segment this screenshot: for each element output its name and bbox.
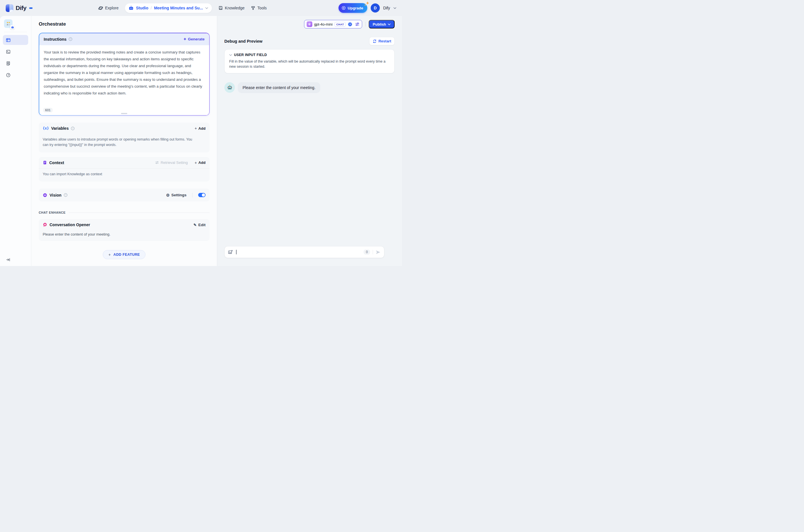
chevron-down-icon bbox=[388, 23, 390, 25]
edit-label: Edit bbox=[198, 223, 206, 227]
instructions-footer: 601 bbox=[39, 104, 209, 115]
add-image-icon[interactable] bbox=[228, 250, 233, 254]
generate-label: Generate bbox=[188, 37, 205, 41]
expand-sidebar-button[interactable] bbox=[3, 258, 28, 262]
vision-toggle[interactable] bbox=[198, 193, 205, 197]
terminal-icon bbox=[6, 50, 11, 54]
add-context-button[interactable]: + Add bbox=[195, 160, 205, 165]
svg-text:?: ? bbox=[70, 38, 71, 40]
context-document-icon bbox=[43, 160, 47, 165]
chevron-down-icon[interactable] bbox=[394, 7, 396, 10]
breadcrumb-studio[interactable]: Studio bbox=[136, 6, 148, 10]
sidebar-item-monitoring[interactable] bbox=[3, 70, 28, 80]
bot-avatar bbox=[224, 82, 235, 93]
nav-explore-label: Explore bbox=[105, 6, 118, 10]
context-header: Context Retrieval Setting + Add bbox=[39, 157, 209, 168]
robot-emoji-icon bbox=[227, 85, 233, 91]
model-parameters-icon[interactable] bbox=[355, 22, 360, 26]
nav-explore[interactable]: Explore bbox=[98, 6, 118, 11]
assistant-message: Please enter the content of your meeting… bbox=[224, 82, 395, 93]
divider bbox=[69, 212, 209, 213]
assistant-message-bubble: Please enter the content of your meeting… bbox=[238, 82, 320, 93]
dify-logo-icon bbox=[6, 4, 13, 12]
conversation-opener-title: Conversation Opener bbox=[50, 223, 90, 227]
sidebar-item-logs[interactable] bbox=[3, 58, 28, 68]
sidebar-item-api[interactable] bbox=[3, 47, 28, 57]
sparkle-star-icon: ✦ bbox=[183, 37, 186, 41]
generate-button[interactable]: ✦ Generate bbox=[183, 37, 204, 41]
model-mode-badge: CHAT bbox=[334, 22, 346, 27]
gauge-icon bbox=[6, 73, 11, 77]
instructions-textarea[interactable]: Your task is to review the provided meet… bbox=[39, 45, 209, 104]
restart-label: Restart bbox=[378, 39, 391, 43]
sidebar-item-orchestrate[interactable] bbox=[3, 35, 28, 45]
chat-message-input[interactable] bbox=[238, 250, 364, 254]
sparkle-icon bbox=[364, 1, 369, 7]
svg-text:?: ? bbox=[65, 194, 66, 196]
divider bbox=[365, 22, 366, 26]
add-feature-button[interactable]: + ADD FEATURE bbox=[103, 250, 146, 259]
help-icon[interactable]: ? bbox=[69, 37, 72, 41]
add-variable-button[interactable]: + Add bbox=[195, 126, 205, 131]
user-avatar[interactable]: D bbox=[371, 3, 380, 13]
app-icon[interactable] bbox=[4, 19, 13, 28]
sidebar-divider bbox=[4, 32, 27, 32]
help-icon[interactable]: ? bbox=[71, 127, 75, 130]
variables-header: {x} Variables ? + Add bbox=[39, 122, 209, 134]
retrieval-setting-label: Retrieval Setting bbox=[161, 160, 188, 165]
vision-settings-label: Settings bbox=[171, 193, 186, 197]
variables-title: Variables bbox=[51, 126, 69, 131]
publish-label: Publish bbox=[373, 22, 386, 26]
expand-arrow-icon bbox=[6, 258, 11, 262]
word-count-badge: 601 bbox=[43, 108, 53, 112]
gem-icon bbox=[341, 6, 346, 10]
variables-section: {x} Variables ? + Add Variables allow us… bbox=[39, 122, 209, 152]
gear-icon: ⚙ bbox=[166, 193, 170, 197]
publish-button[interactable]: Publish bbox=[369, 20, 395, 28]
debug-panel: gpt-4o-mini CHAT ✦ Publish Debug and Pre… bbox=[217, 16, 402, 266]
nav-knowledge[interactable]: Knowledge bbox=[218, 6, 244, 10]
add-label: Add bbox=[198, 126, 205, 131]
breadcrumb-app-name[interactable]: Meeting Minutes and Su... bbox=[154, 6, 203, 10]
chat-preview-area: Please enter the content of your meeting… bbox=[224, 82, 395, 246]
edit-opener-button[interactable]: ✎ Edit bbox=[194, 223, 205, 227]
window-icon bbox=[6, 38, 11, 42]
send-icon[interactable] bbox=[376, 250, 381, 254]
help-icon[interactable]: ? bbox=[64, 193, 68, 197]
orchestrate-panel: Orchestrate Instructions ? ✦ Generate Yo… bbox=[31, 16, 217, 266]
upgrade-button[interactable]: Upgrade bbox=[339, 3, 367, 13]
logo-text: Dify bbox=[16, 4, 26, 12]
debug-title: Debug and Preview bbox=[224, 39, 262, 43]
dify-logo[interactable]: Dify bbox=[6, 4, 33, 12]
restart-button[interactable]: Restart bbox=[369, 37, 395, 45]
retrieval-setting-button[interactable]: Retrieval Setting bbox=[155, 160, 188, 165]
nav-tools[interactable]: Tools bbox=[251, 6, 267, 10]
top-header: Dify Explore Studio / Meeting Minutes an bbox=[0, 0, 402, 16]
svg-text:?: ? bbox=[72, 127, 73, 130]
plus-icon: + bbox=[195, 161, 197, 165]
instructions-title: Instructions bbox=[44, 37, 67, 41]
chevron-down-icon[interactable] bbox=[205, 7, 208, 10]
user-input-field-header[interactable]: USER INPUT FIELD bbox=[229, 53, 390, 57]
planet-icon bbox=[98, 6, 103, 11]
instructions-card: Instructions ? ✦ Generate Your task is t… bbox=[39, 33, 209, 115]
user-input-field-title: USER INPUT FIELD bbox=[234, 53, 267, 57]
model-name: gpt-4o-mini bbox=[314, 22, 332, 26]
chat-input-bar: 0 bbox=[224, 246, 384, 258]
model-selector[interactable]: gpt-4o-mini CHAT ✦ bbox=[304, 20, 362, 28]
conversation-opener-header: Conversation Opener ✎ Edit bbox=[39, 219, 209, 230]
resize-handle[interactable] bbox=[121, 113, 127, 114]
vision-settings-button[interactable]: ⚙ Settings bbox=[166, 193, 186, 197]
divider bbox=[192, 193, 193, 197]
sliders-icon bbox=[155, 161, 159, 165]
plus-icon: + bbox=[108, 253, 111, 256]
refresh-icon bbox=[373, 39, 377, 43]
account-name[interactable]: Dify bbox=[383, 6, 390, 10]
center-toolbar: Orchestrate bbox=[39, 16, 209, 33]
logo-underscore bbox=[29, 7, 33, 9]
user-input-field-card: USER INPUT FIELD Fill in the value of th… bbox=[224, 49, 395, 73]
tsquare-icon bbox=[251, 6, 255, 10]
conversation-opener-text: Please enter the content of your meeting… bbox=[39, 230, 209, 241]
variables-icon: {x} bbox=[43, 126, 49, 130]
chat-enhance-group: CHAT ENHANCE bbox=[39, 211, 209, 214]
